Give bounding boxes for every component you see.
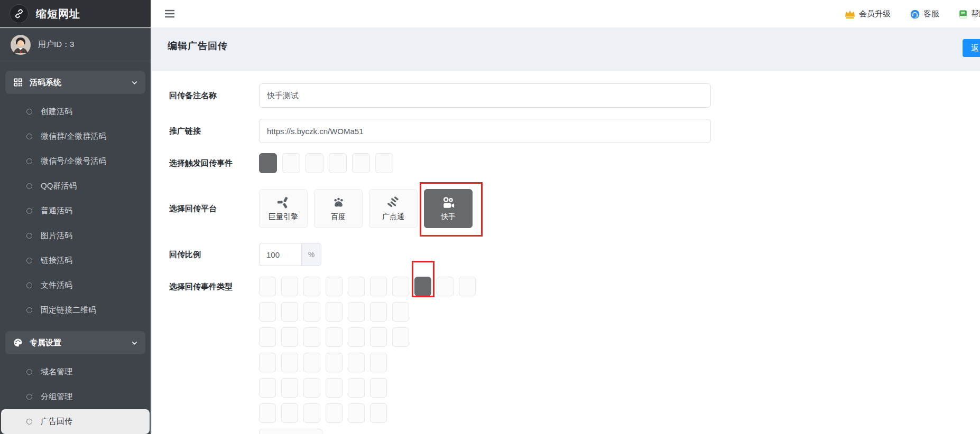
platform-card[interactable]: 快手 [424,189,473,228]
event-type-button[interactable] [281,353,298,372]
sidebar-menu-row[interactable]: 链接活码 [0,248,151,273]
event-type-button[interactable] [281,378,298,398]
event-type-button[interactable] [326,277,343,296]
event-type-button[interactable] [303,403,320,423]
topbar-action[interactable]: 帮助 [958,9,980,19]
event-type-button[interactable] [348,353,365,372]
platform-card[interactable]: 广点通 [369,189,418,228]
bullet-circle-icon [26,109,32,115]
sidebar-menu-row[interactable]: 微信号/企微号活码 [0,149,151,174]
platform-label: 广点通 [382,212,404,222]
event-row [259,403,476,423]
gdt-icon [386,195,401,210]
event-type-button[interactable] [281,327,298,347]
topbar-action[interactable]: 会员升级 [844,9,891,19]
event-type-button[interactable] [348,378,365,398]
event-type-button[interactable] [326,327,343,347]
event-type-button[interactable] [370,378,387,398]
sidebar-menu-row[interactable]: 固定链接二维码 [0,298,151,323]
event-type-button[interactable] [326,302,343,322]
back-button[interactable]: 返回 [963,39,980,57]
hamburger-menu-icon[interactable] [164,10,175,18]
bullet-circle-icon [26,208,32,214]
platform-label: 巨量引擎 [269,212,298,222]
event-type-button[interactable] [303,327,320,347]
bullet-circle-icon [26,258,32,263]
sidebar-menu-row[interactable]: 活码系统 [5,71,145,94]
event-type-button[interactable] [259,277,276,296]
sidebar-menu-row[interactable]: 文件活码 [0,273,151,298]
field-label: 选择回传事件类型 [169,277,259,296]
event-type-button[interactable] [326,353,343,372]
platform-card[interactable]: 巨量引擎 [259,189,308,228]
note-name-input[interactable] [259,83,711,108]
event-type-button[interactable] [348,403,365,423]
event-type-button[interactable] [370,302,387,322]
event-type-button[interactable] [326,403,343,423]
trigger-option-button[interactable] [306,153,323,173]
sidebar-menu-row[interactable]: 域名管理 [0,360,151,384]
topbar-action-label: 帮助 [971,9,980,19]
sidebar-menu-row[interactable]: QQ群活码 [0,174,151,199]
event-type-button[interactable] [348,302,365,322]
event-type-button[interactable] [326,378,343,398]
bullet-circle-icon [26,233,32,239]
sidebar-item-label: 文件活码 [41,280,72,290]
trigger-options [259,153,393,173]
field-label: 选择回传平台 [169,189,259,228]
platform-card[interactable]: 百度 [314,189,363,228]
event-type-button[interactable] [259,429,322,434]
sidebar-item-label: 普通活码 [41,206,72,216]
sidebar-menu-row[interactable]: 专属设置 [5,331,145,354]
event-type-button[interactable] [392,302,409,322]
event-type-button[interactable] [392,277,409,296]
event-type-button[interactable] [259,378,276,398]
event-type-button[interactable] [370,353,387,372]
promo-link-input[interactable] [259,119,711,143]
trigger-option-button[interactable] [375,153,393,173]
ratio-input[interactable] [259,243,301,266]
bullet-circle-icon [26,282,32,288]
trigger-option-button[interactable] [352,153,370,173]
sidebar-item-label: 活码系统 [30,78,61,88]
trigger-option-button[interactable] [329,153,347,173]
event-type-button[interactable] [392,327,409,347]
topnav [151,0,283,27]
event-type-button[interactable] [303,353,320,372]
bullet-circle-icon [26,394,32,400]
event-type-button[interactable] [348,277,365,296]
event-type-button[interactable] [259,302,276,322]
form-row-event-type: 选择回传事件类型 [169,277,980,434]
event-type-button[interactable] [437,277,454,296]
event-type-button[interactable] [459,277,476,296]
sidebar-menu-row[interactable]: 普通活码 [0,199,151,223]
topbar-action[interactable]: 客服 [910,9,939,20]
event-type-button[interactable] [259,403,276,423]
event-type-button[interactable] [370,327,387,347]
avatar [11,35,31,55]
trigger-option-button[interactable] [282,153,300,173]
event-type-button[interactable] [370,403,387,423]
chevron-down-icon [131,339,138,346]
crown-icon [844,9,856,19]
trigger-option-button[interactable] [259,153,277,173]
event-type-button[interactable] [348,327,365,347]
event-type-button[interactable] [370,277,387,296]
sidebar-menu-row[interactable]: 广告回传 [1,409,150,434]
event-type-button[interactable] [303,378,320,398]
event-type-button[interactable] [259,353,276,372]
event-type-button[interactable] [281,302,298,322]
event-type-button[interactable] [259,327,276,347]
event-type-button[interactable] [414,277,431,296]
bullet-circle-icon [26,307,32,313]
sidebar-menu-row[interactable]: 图片活码 [0,223,151,248]
sidebar-menu-row[interactable]: 分组管理 [0,384,151,409]
sidebar-menu-row[interactable]: 微信群/企微群活码 [0,124,151,149]
event-type-button[interactable] [303,277,320,296]
sidebar-item-label: QQ群活码 [41,181,77,191]
sidebar-menu-row[interactable]: 创建活码 [0,99,151,124]
event-type-button[interactable] [281,277,298,296]
event-type-button[interactable] [281,403,298,423]
event-type-button[interactable] [303,302,320,322]
sidebar-item-label: 专属设置 [30,338,61,348]
